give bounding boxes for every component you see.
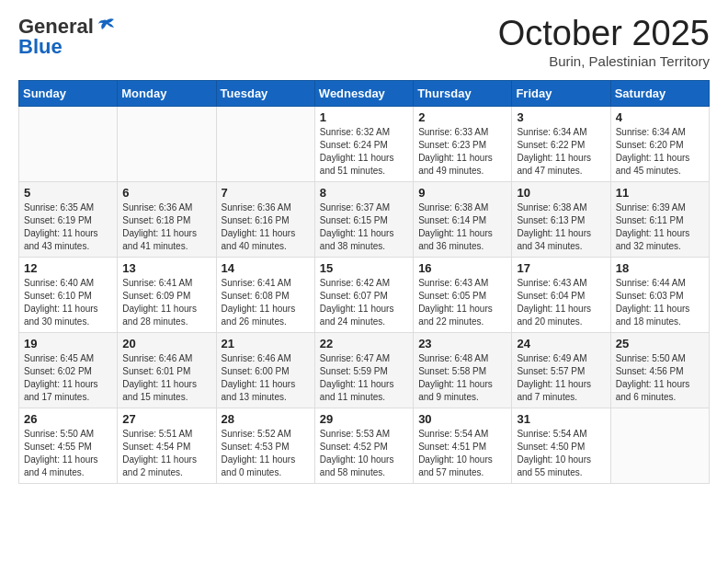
weekday-header-row: SundayMondayTuesdayWednesdayThursdayFrid…	[19, 80, 710, 106]
day-number: 19	[24, 337, 112, 350]
day-info: Sunrise: 5:50 AMSunset: 4:55 PMDaylight:…	[24, 428, 112, 479]
day-number: 14	[222, 261, 310, 275]
calendar-cell: 28Sunrise: 5:52 AMSunset: 4:53 PMDayligh…	[216, 408, 314, 483]
day-info: Sunrise: 6:35 AMSunset: 6:19 PMDaylight:…	[24, 201, 112, 253]
calendar-cell: 2Sunrise: 6:33 AMSunset: 6:23 PMDaylight…	[414, 106, 512, 181]
day-info: Sunrise: 6:34 AMSunset: 6:22 PMDaylight:…	[517, 126, 605, 178]
weekday-header-friday: Friday	[512, 80, 610, 106]
day-number: 3	[517, 110, 605, 124]
calendar-cell: 16Sunrise: 6:43 AMSunset: 6:05 PMDayligh…	[414, 257, 512, 332]
day-number: 5	[24, 186, 112, 200]
day-number: 10	[517, 186, 605, 200]
day-info: Sunrise: 5:51 AMSunset: 4:54 PMDaylight:…	[122, 428, 210, 479]
calendar-cell: 19Sunrise: 6:45 AMSunset: 6:02 PMDayligh…	[19, 332, 118, 408]
day-info: Sunrise: 6:34 AMSunset: 6:20 PMDaylight:…	[616, 126, 704, 178]
logo-bird-icon	[96, 17, 116, 37]
weekday-header-monday: Monday	[118, 80, 216, 106]
day-number: 17	[517, 261, 605, 275]
day-number: 27	[122, 412, 210, 426]
day-info: Sunrise: 6:37 AMSunset: 6:15 PMDaylight:…	[320, 201, 408, 253]
day-number: 29	[320, 412, 408, 426]
calendar-cell: 15Sunrise: 6:42 AMSunset: 6:07 PMDayligh…	[314, 257, 413, 332]
day-number: 18	[616, 261, 704, 275]
calendar-cell	[610, 408, 709, 483]
calendar-cell: 14Sunrise: 6:41 AMSunset: 6:08 PMDayligh…	[216, 257, 314, 332]
day-number: 31	[517, 412, 605, 426]
calendar-cell: 9Sunrise: 6:38 AMSunset: 6:14 PMDaylight…	[414, 181, 512, 257]
day-info: Sunrise: 5:53 AMSunset: 4:52 PMDaylight:…	[320, 428, 408, 479]
day-number: 9	[418, 186, 506, 200]
day-number: 28	[222, 412, 310, 426]
calendar-cell: 8Sunrise: 6:37 AMSunset: 6:15 PMDaylight…	[314, 181, 413, 257]
day-number: 20	[122, 337, 210, 350]
calendar-cell: 29Sunrise: 5:53 AMSunset: 4:52 PMDayligh…	[314, 408, 413, 483]
page-header: General Blue October 2025 Burin, Palesti…	[18, 15, 710, 69]
logo: General Blue	[18, 15, 116, 59]
day-info: Sunrise: 6:48 AMSunset: 5:58 PMDaylight:…	[418, 352, 506, 404]
weekday-header-saturday: Saturday	[610, 80, 709, 106]
day-info: Sunrise: 5:54 AMSunset: 4:51 PMDaylight:…	[418, 428, 506, 479]
day-info: Sunrise: 5:52 AMSunset: 4:53 PMDaylight:…	[222, 428, 310, 479]
day-info: Sunrise: 6:36 AMSunset: 6:18 PMDaylight:…	[122, 201, 210, 253]
day-info: Sunrise: 6:49 AMSunset: 5:57 PMDaylight:…	[517, 352, 605, 404]
calendar-cell: 31Sunrise: 5:54 AMSunset: 4:50 PMDayligh…	[512, 408, 610, 483]
weekday-header-sunday: Sunday	[19, 80, 118, 106]
day-number: 2	[418, 110, 506, 124]
location: Burin, Palestinian Territory	[498, 53, 710, 69]
calendar-table: SundayMondayTuesdayWednesdayThursdayFrid…	[18, 80, 710, 484]
day-number: 30	[418, 412, 506, 426]
calendar-cell: 23Sunrise: 6:48 AMSunset: 5:58 PMDayligh…	[414, 332, 512, 408]
day-info: Sunrise: 6:38 AMSunset: 6:13 PMDaylight:…	[517, 201, 605, 253]
day-number: 16	[418, 261, 506, 275]
month-title: October 2025	[498, 15, 710, 53]
day-info: Sunrise: 6:39 AMSunset: 6:11 PMDaylight:…	[616, 201, 704, 253]
weekday-header-wednesday: Wednesday	[314, 80, 413, 106]
day-info: Sunrise: 6:43 AMSunset: 6:05 PMDaylight:…	[418, 277, 506, 328]
day-info: Sunrise: 6:44 AMSunset: 6:03 PMDaylight:…	[616, 277, 704, 328]
calendar-cell	[118, 106, 216, 181]
day-number: 23	[418, 337, 506, 350]
logo-blue: Blue	[18, 35, 63, 59]
day-info: Sunrise: 6:42 AMSunset: 6:07 PMDaylight:…	[320, 277, 408, 328]
day-info: Sunrise: 6:33 AMSunset: 6:23 PMDaylight:…	[418, 126, 506, 178]
day-info: Sunrise: 6:41 AMSunset: 6:08 PMDaylight:…	[222, 277, 310, 328]
calendar-week-row: 1Sunrise: 6:32 AMSunset: 6:24 PMDaylight…	[19, 106, 710, 181]
day-info: Sunrise: 6:46 AMSunset: 6:01 PMDaylight:…	[122, 352, 210, 404]
day-info: Sunrise: 6:46 AMSunset: 6:00 PMDaylight:…	[222, 352, 310, 404]
calendar-cell: 4Sunrise: 6:34 AMSunset: 6:20 PMDaylight…	[610, 106, 709, 181]
day-info: Sunrise: 6:41 AMSunset: 6:09 PMDaylight:…	[122, 277, 210, 328]
day-number: 11	[616, 186, 704, 200]
calendar-cell: 5Sunrise: 6:35 AMSunset: 6:19 PMDaylight…	[19, 181, 118, 257]
day-info: Sunrise: 6:43 AMSunset: 6:04 PMDaylight:…	[517, 277, 605, 328]
day-info: Sunrise: 6:38 AMSunset: 6:14 PMDaylight:…	[418, 201, 506, 253]
calendar-cell: 10Sunrise: 6:38 AMSunset: 6:13 PMDayligh…	[512, 181, 610, 257]
calendar-cell: 3Sunrise: 6:34 AMSunset: 6:22 PMDaylight…	[512, 106, 610, 181]
day-number: 26	[24, 412, 112, 426]
day-info: Sunrise: 6:40 AMSunset: 6:10 PMDaylight:…	[24, 277, 112, 328]
calendar-cell: 11Sunrise: 6:39 AMSunset: 6:11 PMDayligh…	[610, 181, 709, 257]
calendar-week-row: 12Sunrise: 6:40 AMSunset: 6:10 PMDayligh…	[19, 257, 710, 332]
calendar-cell: 6Sunrise: 6:36 AMSunset: 6:18 PMDaylight…	[118, 181, 216, 257]
calendar-cell: 18Sunrise: 6:44 AMSunset: 6:03 PMDayligh…	[610, 257, 709, 332]
calendar-cell: 27Sunrise: 5:51 AMSunset: 4:54 PMDayligh…	[118, 408, 216, 483]
day-info: Sunrise: 6:47 AMSunset: 5:59 PMDaylight:…	[320, 352, 408, 404]
day-info: Sunrise: 6:45 AMSunset: 6:02 PMDaylight:…	[24, 352, 112, 404]
day-number: 8	[320, 186, 408, 200]
calendar-cell: 25Sunrise: 5:50 AMSunset: 4:56 PMDayligh…	[610, 332, 709, 408]
calendar-cell: 12Sunrise: 6:40 AMSunset: 6:10 PMDayligh…	[19, 257, 118, 332]
day-number: 12	[24, 261, 112, 275]
day-number: 25	[616, 337, 704, 350]
day-number: 13	[122, 261, 210, 275]
calendar-cell: 13Sunrise: 6:41 AMSunset: 6:09 PMDayligh…	[118, 257, 216, 332]
calendar-cell: 30Sunrise: 5:54 AMSunset: 4:51 PMDayligh…	[414, 408, 512, 483]
calendar-cell	[19, 106, 118, 181]
calendar-cell: 20Sunrise: 6:46 AMSunset: 6:01 PMDayligh…	[118, 332, 216, 408]
title-block: October 2025 Burin, Palestinian Territor…	[498, 15, 710, 69]
calendar-cell: 7Sunrise: 6:36 AMSunset: 6:16 PMDaylight…	[216, 181, 314, 257]
day-number: 21	[222, 337, 310, 350]
day-info: Sunrise: 6:32 AMSunset: 6:24 PMDaylight:…	[320, 126, 408, 178]
day-number: 7	[222, 186, 310, 200]
day-number: 15	[320, 261, 408, 275]
calendar-week-row: 5Sunrise: 6:35 AMSunset: 6:19 PMDaylight…	[19, 181, 710, 257]
calendar-cell: 17Sunrise: 6:43 AMSunset: 6:04 PMDayligh…	[512, 257, 610, 332]
